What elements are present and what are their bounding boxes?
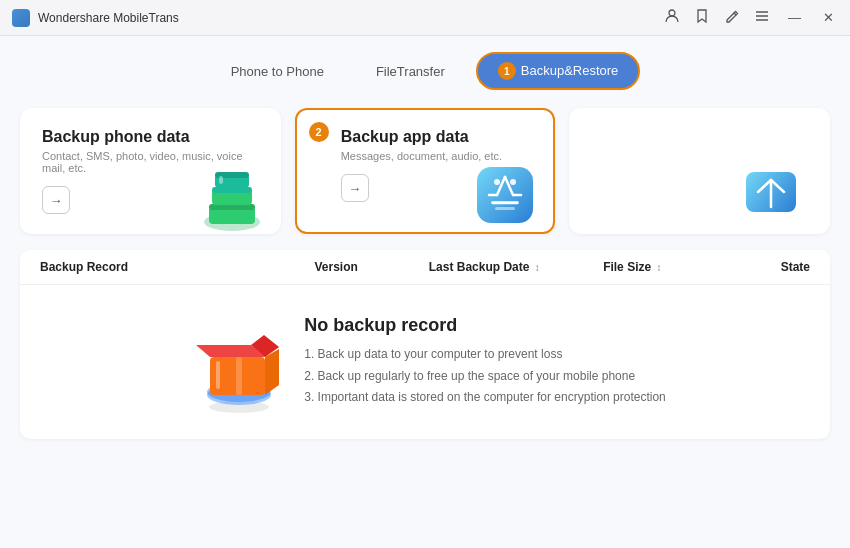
title-bar: Wondershare MobileTrans — ✕ bbox=[0, 0, 850, 36]
empty-list: 1. Back up data to your computer to prev… bbox=[304, 344, 666, 409]
edit-icon[interactable] bbox=[724, 8, 740, 27]
col-header-version: Version bbox=[277, 260, 395, 274]
person-icon[interactable] bbox=[664, 8, 680, 27]
empty-list-item: 2. Back up regularly to free up the spac… bbox=[304, 366, 666, 388]
app-icon bbox=[12, 9, 30, 27]
tab-navigation: Phone to Phone FileTransfer 1Backup&Rest… bbox=[20, 52, 830, 90]
empty-text-block: No backup record 1. Back up data to your… bbox=[304, 315, 666, 409]
backup-phone-card: Backup phone data Contact, SMS, photo, v… bbox=[20, 108, 281, 234]
bookmark-icon[interactable] bbox=[694, 8, 710, 27]
backup-phone-illustration bbox=[187, 152, 267, 232]
green-layers-icon bbox=[197, 162, 267, 232]
svg-rect-19 bbox=[236, 357, 242, 395]
app-title: Wondershare MobileTrans bbox=[38, 11, 179, 25]
backup-app-card: 2 Backup app data Messages, document, au… bbox=[295, 108, 556, 234]
titlebar-left: Wondershare MobileTrans bbox=[12, 9, 179, 27]
empty-list-item: 1. Back up data to your computer to prev… bbox=[304, 344, 666, 366]
titlebar-controls: — ✕ bbox=[664, 8, 838, 27]
col-header-date[interactable]: Last Backup Date ↕ bbox=[395, 260, 573, 274]
empty-row: No backup record 1. Back up data to your… bbox=[184, 315, 666, 409]
backup-app-title: Backup app data bbox=[341, 128, 534, 146]
svg-rect-8 bbox=[219, 176, 223, 184]
backup-app-arrow[interactable]: → bbox=[341, 174, 369, 202]
tab-badge: 1 bbox=[498, 62, 516, 80]
backup-app-illustration bbox=[461, 152, 541, 232]
empty-title: No backup record bbox=[304, 315, 666, 336]
col-header-state: State bbox=[692, 260, 810, 274]
svg-point-11 bbox=[510, 179, 516, 185]
col-header-record: Backup Record bbox=[40, 260, 277, 274]
svg-rect-13 bbox=[495, 207, 515, 210]
tab-file-transfer[interactable]: FileTransfer bbox=[355, 55, 466, 88]
svg-point-10 bbox=[494, 179, 500, 185]
size-sort-icon: ↕ bbox=[657, 262, 662, 273]
cards-row: Backup phone data Contact, SMS, photo, v… bbox=[20, 108, 830, 234]
empty-list-item: 3. Important data is stored on the compu… bbox=[304, 387, 666, 409]
svg-rect-20 bbox=[216, 361, 220, 389]
restore-card bbox=[569, 108, 830, 234]
table-header: Backup Record Version Last Backup Date ↕… bbox=[20, 250, 830, 285]
minimize-button[interactable]: — bbox=[784, 10, 805, 25]
backup-phone-title: Backup phone data bbox=[42, 128, 259, 146]
empty-box-illustration bbox=[184, 317, 284, 407]
backup-phone-arrow[interactable]: → bbox=[42, 186, 70, 214]
col-header-size[interactable]: File Size ↕ bbox=[573, 260, 691, 274]
svg-rect-12 bbox=[491, 201, 519, 204]
backup-app-badge: 2 bbox=[309, 122, 329, 142]
main-content: Phone to Phone FileTransfer 1Backup&Rest… bbox=[0, 36, 850, 548]
date-sort-icon: ↕ bbox=[535, 262, 540, 273]
svg-rect-9 bbox=[477, 167, 533, 223]
restore-illustration bbox=[736, 152, 816, 232]
close-button[interactable]: ✕ bbox=[819, 10, 838, 25]
tab-phone-to-phone[interactable]: Phone to Phone bbox=[210, 55, 345, 88]
svg-point-0 bbox=[669, 10, 675, 16]
menu-icon[interactable] bbox=[754, 8, 770, 27]
tab-backup-restore[interactable]: 1Backup&Restore bbox=[476, 52, 641, 90]
backup-table: Backup Record Version Last Backup Date ↕… bbox=[20, 250, 830, 439]
empty-state: No backup record 1. Back up data to your… bbox=[20, 285, 830, 439]
